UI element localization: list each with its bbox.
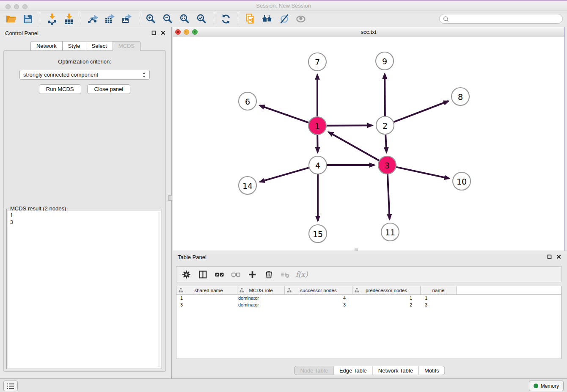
cell-mcds-role[interactable]: dominator — [237, 295, 285, 301]
criterion-dropdown[interactable]: strongly connected component — [19, 70, 150, 80]
delete-table-icon[interactable] — [281, 270, 290, 279]
graph-edge-2-3[interactable] — [385, 135, 386, 152]
panel-layout-icon[interactable] — [198, 270, 207, 279]
minimize-window-button[interactable] — [14, 4, 19, 9]
zoom-window-button[interactable] — [22, 4, 28, 9]
network-view-window: scc.txt 7968124314101511 — [173, 27, 565, 251]
task-history-button[interactable] — [3, 381, 18, 391]
table-row[interactable]: 1 dominator 4 1 1 — [176, 295, 561, 301]
hierarchy-icon — [287, 288, 292, 293]
graph-node-label-14: 14 — [242, 181, 253, 190]
titlebar: Session: New Session — [0, 0, 567, 11]
zoom-selected-icon[interactable] — [195, 12, 209, 26]
close-panel-button[interactable]: Close panel — [87, 84, 131, 94]
tab-mcds[interactable]: MCDS — [113, 41, 140, 51]
save-session-icon[interactable] — [21, 12, 35, 26]
cell-successor-nodes[interactable]: 4 — [285, 295, 352, 301]
column-header-mcds-role[interactable]: MCDS role — [237, 286, 285, 294]
graph-edge-3-10[interactable] — [396, 167, 449, 179]
graph-edge-4-14[interactable] — [260, 168, 309, 182]
float-table-panel-icon[interactable] — [547, 254, 552, 259]
column-header-predecessor-nodes[interactable]: predecessor nodes — [352, 286, 421, 294]
graph-node-label-15: 15 — [313, 229, 323, 239]
cell-name[interactable]: 3 — [421, 302, 457, 307]
network-close-button[interactable] — [175, 29, 181, 35]
import-network-icon[interactable] — [45, 12, 59, 26]
splitter-grip[interactable] — [168, 195, 172, 201]
network-graph: 7968124314101511 — [173, 38, 564, 251]
network-minimize-button[interactable] — [184, 29, 189, 35]
network-window-titlebar[interactable]: scc.txt — [173, 27, 564, 37]
show-graphics-details-icon[interactable] — [294, 12, 308, 26]
toolbar-separator — [139, 13, 139, 25]
tab-network-table[interactable]: Network Table — [372, 366, 419, 375]
optimization-criterion-label: Optimization criterion: — [4, 58, 165, 65]
network-canvas[interactable]: 7968124314101511 — [173, 38, 564, 251]
result-scrollbar[interactable] — [158, 212, 160, 367]
graph-node-label-7: 7 — [315, 58, 320, 67]
cell-name[interactable]: 1 — [421, 295, 457, 301]
network-overview-icon[interactable] — [260, 12, 274, 26]
close-window-button[interactable] — [6, 4, 11, 9]
tab-network[interactable]: Network — [30, 41, 63, 51]
control-panel-title: Control Panel — [5, 30, 39, 36]
mcds-result-area[interactable]: 1 3 — [8, 211, 161, 368]
toolbar-separator — [81, 13, 81, 25]
tab-motifs[interactable]: Motifs — [418, 366, 445, 375]
run-mcds-button[interactable]: Run MCDS — [39, 84, 81, 94]
column-settings-icon[interactable] — [182, 270, 191, 279]
zoom-in-icon[interactable] — [144, 12, 158, 26]
cell-shared-name[interactable]: 1 — [176, 295, 237, 301]
cell-predecessor-nodes[interactable]: 2 — [352, 302, 421, 307]
cell-successor-nodes[interactable]: 3 — [285, 302, 352, 307]
hide-graphics-details-icon[interactable] — [277, 12, 291, 26]
graph-edge-2-9[interactable] — [385, 74, 385, 116]
graph-node-label-8: 8 — [458, 92, 463, 102]
show-all-columns-icon[interactable] — [215, 270, 224, 279]
mcds-panel: Optimization criterion: strongly connect… — [3, 50, 166, 372]
clone-network-icon[interactable] — [243, 12, 257, 26]
graph-edge-1-6[interactable] — [259, 105, 308, 123]
graph-node-label-11: 11 — [385, 228, 395, 237]
column-header-shared-name[interactable]: shared name — [176, 286, 237, 294]
graph-edge-2-8[interactable] — [394, 101, 449, 122]
status-bar: Memory — [0, 378, 567, 392]
graph-edge-3-11[interactable] — [388, 174, 390, 219]
memory-button[interactable]: Memory — [529, 381, 564, 391]
cell-shared-name[interactable]: 3 — [176, 302, 237, 307]
tab-edge-table[interactable]: Edge Table — [333, 366, 373, 375]
export-table-icon[interactable] — [103, 12, 117, 26]
close-table-panel-icon[interactable] — [556, 254, 561, 259]
search-input[interactable] — [451, 16, 559, 22]
criterion-value: strongly connected component — [23, 72, 142, 78]
list-icon — [7, 383, 14, 389]
function-builder-icon[interactable]: f(x) — [297, 270, 306, 279]
tab-node-table[interactable]: Node Table — [294, 366, 334, 375]
open-session-icon[interactable] — [4, 12, 18, 26]
graph-edge-1-2[interactable] — [327, 125, 372, 126]
apply-layout-icon[interactable] — [219, 12, 233, 26]
cell-predecessor-nodes[interactable]: 1 — [352, 295, 421, 301]
tab-select[interactable]: Select — [86, 41, 113, 51]
column-header-successor-nodes[interactable]: successor nodes — [285, 286, 352, 294]
table-row[interactable]: 3 dominator 3 2 3 — [176, 301, 561, 308]
cell-mcds-role[interactable]: dominator — [237, 302, 285, 307]
zoom-fit-icon[interactable] — [178, 12, 192, 26]
graph-edge-3-1[interactable] — [328, 132, 379, 160]
export-image-icon[interactable] — [120, 12, 134, 26]
column-header-name[interactable]: name — [421, 286, 457, 294]
import-table-icon[interactable] — [62, 12, 76, 26]
zoom-out-icon[interactable] — [161, 12, 175, 26]
table-toolbar: f(x) — [176, 266, 561, 282]
tab-style[interactable]: Style — [62, 41, 86, 51]
delete-columns-icon[interactable] — [264, 270, 273, 279]
network-maximize-button[interactable] — [192, 29, 198, 35]
add-column-icon[interactable] — [248, 270, 257, 279]
search-box[interactable] — [439, 14, 563, 24]
close-panel-icon[interactable] — [161, 30, 165, 35]
control-panel: Control Panel Network Style Select MCDS … — [0, 27, 171, 378]
hide-all-columns-icon[interactable] — [231, 270, 240, 279]
float-panel-icon[interactable] — [151, 30, 156, 35]
toolbar-separator — [40, 13, 40, 25]
export-network-icon[interactable] — [86, 12, 100, 26]
